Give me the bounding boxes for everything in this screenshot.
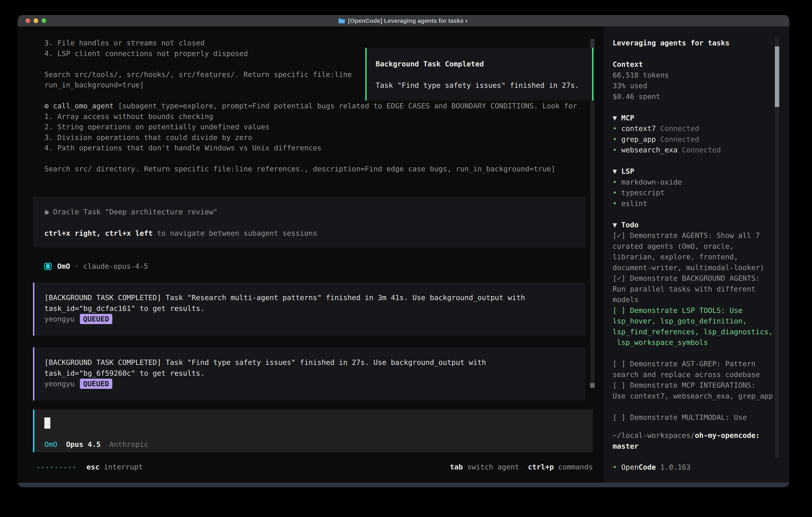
task-message: task_id="bg_dcfac161" to get results. — [45, 303, 585, 314]
text-line: ⚙ call_omo_agent [subagent_type=explore,… — [45, 101, 577, 111]
lsp-item: • markdown-oxide — [613, 177, 773, 188]
todo-item-done: [✓] Demonstrate AGENTS: Show all 7 — [613, 230, 773, 241]
window-title: [OpenCode] Leveraging agents for tasks ◐ — [348, 18, 469, 24]
todo-item-active: lsp_find_references, lsp_diagnostics, — [613, 326, 773, 337]
sidebar-stream: Leveraging agents for tasks Context66,51… — [613, 37, 773, 423]
agent-model-label: OmO · claude-opus-4-5 — [57, 261, 148, 272]
author-label: yeongyu — [45, 380, 75, 388]
context-tokens: 66,518 tokens — [613, 70, 773, 81]
status-dot-icon: • — [613, 178, 621, 186]
traffic-lights — [26, 15, 46, 26]
lsp-heading[interactable]: ▼ LSP — [613, 166, 773, 177]
mcp-heading[interactable]: ▼ MCP — [613, 113, 773, 124]
mcp-item: • context7 Connected — [613, 123, 773, 134]
agent-name: OmO — [45, 440, 57, 448]
tab-key-hint: tab — [450, 463, 463, 471]
todo-item-active: lsp_hover, lsp_goto_definition, — [613, 316, 773, 326]
background-task-card: [BACKGROUND TASK COMPLETED] Task "Resear… — [33, 282, 585, 336]
close-button[interactable] — [26, 19, 30, 23]
title-bar[interactable]: [OpenCode] Leveraging agents for tasks ◐ — [18, 15, 789, 26]
todo-item-pending: [ ] Demonstrate MULTIMODAL: Use — [613, 412, 773, 423]
todo-item-pending: [ ] Demonstrate AST-GREP: Pattern — [613, 358, 773, 369]
status-dot-icon: • — [613, 189, 621, 197]
gear-icon: ⚙ call_omo_agent — [45, 102, 118, 110]
todo-item-done: librarian, explore, frontend, — [613, 251, 773, 262]
folder-icon — [338, 18, 345, 24]
model-name: Opus 4.5 — [66, 440, 100, 448]
todo-item-active: [ ] Demonstrate LSP TOOLS: Use — [613, 305, 773, 316]
minimize-button[interactable] — [34, 19, 38, 23]
prompt-input[interactable]: OmO Opus 4.5 Anthropic — [33, 409, 593, 452]
task-meta: yeongyuQUEUED — [45, 314, 585, 324]
todo-item-done: document-writer, multimodal-looker) — [613, 262, 773, 273]
text-line — [613, 348, 773, 359]
todo-item-done: models — [613, 294, 773, 305]
task-message: [BACKGROUND TASK COMPLETED] Task "Find t… — [45, 357, 585, 368]
mcp-item: • grep_app Connected — [613, 134, 773, 145]
chevron-down-icon: ▼ — [613, 221, 621, 229]
text-line — [613, 155, 773, 166]
text-line — [613, 102, 773, 113]
main-scrollbar-thumb[interactable] — [590, 383, 594, 388]
app-version: • OpenCode 1.0.163 — [613, 462, 691, 472]
task-message: [BACKGROUND TASK COMPLETED] Task "Resear… — [45, 292, 585, 303]
text-line: 3. File handles or streams not closed — [45, 38, 577, 48]
status-dot-icon: • — [613, 124, 621, 133]
text-line — [613, 48, 773, 59]
lsp-item: • typescript — [613, 187, 773, 198]
context-heading: Context — [613, 59, 773, 70]
shortcut-hint: ctrl+x right, ctrl+x left to navigate be… — [45, 228, 585, 239]
context-spent: $0.46 spent — [613, 91, 773, 102]
ctrlp-key-hint: ctrl+p — [528, 463, 554, 471]
text-cursor — [45, 417, 50, 429]
queued-badge: QUEUED — [80, 314, 112, 324]
todo-item-done: [✓] Demonstrate BACKGROUND AGENTS: — [613, 273, 773, 284]
status-bar: •••••••••esc interrupt tab switch agent … — [37, 462, 593, 472]
background-task-card: [BACKGROUND TASK COMPLETED] Task "Find t… — [33, 347, 585, 401]
session-title: Leveraging agents for tasks — [613, 37, 773, 48]
workspace-info: ~/local-workspaces/oh-my-opencode:master — [613, 430, 760, 452]
status-right: tab switch agent ctrl+p commands — [450, 462, 593, 472]
mcp-item: • websearch_exa Connected — [613, 144, 773, 155]
todo-item-done: Run parallel tasks with different — [613, 284, 773, 295]
input-model-row: OmO Opus 4.5 Anthropic — [45, 439, 148, 450]
queued-badge: QUEUED — [80, 379, 112, 389]
oracle-task-card: ◉ Oracle Task "Deep architecture review"… — [33, 197, 585, 247]
zoom-button[interactable] — [41, 19, 46, 23]
terminal-window: [OpenCode] Leveraging agents for tasks ◐… — [18, 15, 789, 487]
fisheye-icon: ◉ — [45, 208, 53, 216]
todo-item-pending: search and replace across codebase — [613, 369, 773, 380]
status-dot-icon: • — [613, 199, 621, 208]
sidebar: Leveraging agents for tasks Context66,51… — [604, 26, 789, 483]
workspace-branch: master — [613, 441, 760, 452]
terminal-content: 3. File handles or streams not closed4. … — [18, 26, 789, 483]
status-left: •••••••••esc interrupt — [37, 462, 143, 472]
version-info: • OpenCode 1.0.163 — [613, 462, 691, 472]
text-line: 1. Array access without bounds checking — [45, 111, 577, 122]
status-dot-icon: • — [613, 135, 621, 143]
window-bottom-edge — [18, 483, 789, 487]
text-line: Search src/ directory. Return specific f… — [45, 164, 577, 174]
text-line — [45, 153, 577, 164]
desktop: [OpenCode] Leveraging agents for tasks ◐… — [0, 0, 812, 517]
lsp-item: • eslint — [613, 198, 773, 209]
text-line — [613, 209, 773, 219]
sidebar-scrollbar — [775, 37, 779, 458]
notification-title: Background Task Completed — [376, 59, 592, 70]
agent-header-row: OmO · claude-opus-4-5 — [45, 261, 148, 272]
context-used: 33% used — [613, 80, 773, 91]
todo-heading[interactable]: ▼ Todo — [613, 219, 773, 230]
status-dot-icon: • — [613, 146, 621, 154]
text-line — [613, 401, 773, 412]
provider-name: Anthropic — [109, 440, 148, 448]
chevron-down-icon: ▼ — [613, 114, 621, 122]
esc-key-hint: esc — [87, 463, 99, 471]
todo-item-pending: [ ] Demonstrate MCP INTEGRATIONS: — [613, 380, 773, 391]
text-line: 2. String operations on potentially unde… — [45, 122, 577, 132]
todo-item-done: curated agents (OmO, oracle, — [613, 241, 773, 252]
oracle-task-title: ◉ Oracle Task "Deep architecture review" — [45, 207, 585, 217]
sidebar-scrollbar-thumb[interactable] — [775, 46, 779, 107]
text-line — [376, 70, 592, 80]
workspace-path: ~/local-workspaces/oh-my-opencode: — [613, 430, 760, 441]
chevron-down-icon: ▼ — [613, 167, 621, 175]
